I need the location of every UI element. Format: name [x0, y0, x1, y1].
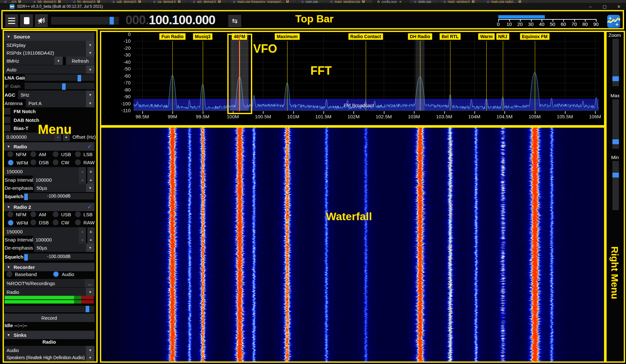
radio-section-header[interactable]: ▼ Radio ✓	[4, 142, 94, 151]
maximize-button[interactable]: ▢	[598, 3, 612, 10]
frequency-dim-digits[interactable]: 000.	[125, 13, 149, 27]
mode-lsb-radio[interactable]: LSB	[75, 151, 92, 157]
snap-interval-input[interactable]: 100000	[33, 176, 80, 184]
editor-tab[interactable]: Cstyle.cpp	[410, 0, 439, 3]
editor-tab[interactable]: Cmain.cpp radio\…M	[482, 0, 529, 3]
editor-tab[interactable]: Cam_demod.hM	[189, 0, 229, 3]
fft-plot[interactable]	[101, 32, 604, 125]
if-gain-handle[interactable]	[62, 83, 66, 90]
editor-tab[interactable]: {}config.json✕	[373, 0, 410, 3]
station-label-badge[interactable]: Equinox FM	[520, 33, 549, 40]
mode-am-radio[interactable]: AM	[30, 211, 46, 217]
recorder-stream-select[interactable]: Radio ▼	[4, 288, 94, 296]
bandwidth-plus-button[interactable]: +	[87, 167, 94, 176]
mode-nfm-radio[interactable]: NFM	[7, 211, 27, 217]
agc-mode-select[interactable]: Auto ▼	[4, 65, 94, 74]
mode-cw-radio[interactable]: CW	[53, 219, 69, 225]
sinks-section-header[interactable]: ▼ Sinks	[4, 331, 94, 339]
bandwidth-plus-button[interactable]: +	[87, 227, 94, 236]
lna-gain-slider[interactable]	[25, 74, 94, 81]
bias-t-checkbox[interactable]	[4, 125, 10, 131]
zoom-slider[interactable]	[612, 39, 619, 86]
editor-tab[interactable]: Cmain_window.cppM	[326, 0, 373, 3]
lna-gain-handle[interactable]	[78, 75, 81, 81]
dab-notch-checkbox[interactable]	[4, 117, 10, 123]
editor-tab[interactable]: Cusb_demod.hM	[108, 0, 149, 3]
volume-slider-handle[interactable]	[110, 17, 114, 25]
stop-button[interactable]	[20, 14, 33, 27]
audio-device-select[interactable]: Speakers (Realtek High Definition Audio)…	[4, 353, 94, 362]
deemphasis-select[interactable]: 50µs ▼	[34, 243, 94, 252]
station-label-badge[interactable]: Warm	[478, 33, 494, 40]
editor-tab[interactable]: C…d.hM	[0, 0, 29, 3]
max-slider[interactable]	[612, 99, 619, 149]
module-enabled-check-icon[interactable]: ✓	[87, 204, 92, 210]
editor-tab[interactable]: Ccw_demod.hM	[149, 0, 189, 3]
editor-tab[interactable]: Ccore.cpp	[297, 0, 326, 3]
source-section-header[interactable]: ▼ Source	[4, 32, 94, 41]
max-slider-handle[interactable]	[612, 139, 619, 144]
squelch-slider[interactable]: -100.000dB	[24, 253, 94, 260]
snap-minus-button[interactable]: -	[79, 176, 86, 184]
module-enabled-check-icon[interactable]: ✓	[87, 143, 92, 150]
vfo-center-line[interactable]	[239, 35, 240, 112]
snap-plus-button[interactable]: +	[87, 176, 94, 184]
mode-wfm-radio[interactable]: WFM	[7, 159, 28, 166]
recorder-section-header[interactable]: ▼ Recorder	[4, 263, 94, 271]
mute-button[interactable]	[35, 14, 48, 27]
waterfall[interactable]	[101, 127, 604, 362]
menu-toggle-button[interactable]	[5, 14, 18, 27]
volume-slider[interactable]	[51, 17, 119, 25]
station-label-badge[interactable]: Bel RTL	[440, 33, 461, 40]
recorder-volume-slider[interactable]	[5, 306, 94, 312]
mode-usb-radio[interactable]: USB	[53, 211, 71, 217]
mode-raw-radio[interactable]: RAW	[75, 159, 94, 165]
radio2-section-header[interactable]: ▼ Radio 2 ✓	[4, 203, 94, 211]
station-label-badge[interactable]: DH Radio	[408, 33, 432, 40]
if-gain-slider[interactable]	[25, 83, 94, 89]
frequency-digits[interactable]: 100.100.000	[149, 13, 215, 27]
mode-raw-radio[interactable]: RAW	[75, 219, 94, 225]
snap-interval-input[interactable]: 100000	[33, 235, 80, 244]
recorder-audio-radio[interactable]: Audio	[53, 271, 74, 277]
station-label-badge[interactable]: Fun Radio	[159, 33, 185, 40]
squelch-slider[interactable]: -100.000dB	[24, 193, 94, 199]
editor-tab[interactable]: Clsb_demod.hM	[29, 0, 69, 3]
mode-dsb-radio[interactable]: DSB	[30, 219, 49, 225]
min-slider[interactable]	[612, 161, 619, 210]
titlebar[interactable]: SDR++ v0.3.0_beta (Built at 00:12:37, Ju…	[0, 3, 626, 10]
agc-rate-select[interactable]: 5Hz ▼	[18, 91, 94, 99]
mode-wfm-radio[interactable]: WFM	[7, 219, 28, 226]
mode-usb-radio[interactable]: USB	[53, 151, 71, 157]
radio2-bandwidth-input[interactable]: 150000	[4, 227, 80, 236]
vfo-swap-button[interactable]: ⇆	[228, 15, 241, 27]
mode-lsb-radio[interactable]: LSB	[75, 211, 92, 217]
editor-tab[interactable]: Cmain_window.hM	[439, 0, 482, 3]
bandwidth-minus-button[interactable]: -	[79, 167, 86, 176]
sample-rate-select[interactable]: 8MHz ▼	[4, 57, 63, 65]
vscode-tab-strip[interactable]: C…d.hMClsb_demod.hMCfm_demod.hMCusb_demo…	[0, 0, 626, 3]
mode-dsb-radio[interactable]: DSB	[30, 159, 49, 165]
station-label-badge[interactable]: Maximum	[275, 33, 300, 40]
close-button[interactable]: ✕	[612, 3, 626, 10]
station-label-badge[interactable]: NRJ	[496, 33, 509, 40]
bandwidth-minus-button[interactable]: -	[79, 227, 86, 236]
recorder-baseband-radio[interactable]: Baseband	[6, 271, 37, 277]
recording-path-input[interactable]: %ROOT%/Recordings	[4, 279, 85, 287]
recorder-volume-handle[interactable]	[86, 306, 89, 312]
station-label-badge[interactable]: Musiq3	[193, 33, 212, 40]
minimize-button[interactable]: –	[583, 3, 598, 10]
mode-nfm-radio[interactable]: NFM	[7, 151, 27, 157]
source-device-select[interactable]: RSPdx (191106DA42) ▼	[4, 48, 94, 57]
snap-plus-button[interactable]: +	[87, 235, 94, 244]
zoom-slider-handle[interactable]	[612, 76, 619, 81]
deemphasis-select[interactable]: 50µs ▼	[34, 184, 94, 192]
radio-bandwidth-input[interactable]: 150000	[4, 167, 80, 176]
mode-am-radio[interactable]: AM	[30, 151, 46, 157]
antenna-select[interactable]: Port A ▼	[26, 99, 94, 107]
fm-notch-checkbox[interactable]	[4, 108, 10, 114]
frequency-display[interactable]: 000.100.100.000	[125, 13, 215, 27]
station-label-badge[interactable]: Radio Contact	[348, 33, 383, 40]
min-slider-handle[interactable]	[612, 173, 619, 177]
mode-cw-radio[interactable]: CW	[53, 159, 69, 165]
